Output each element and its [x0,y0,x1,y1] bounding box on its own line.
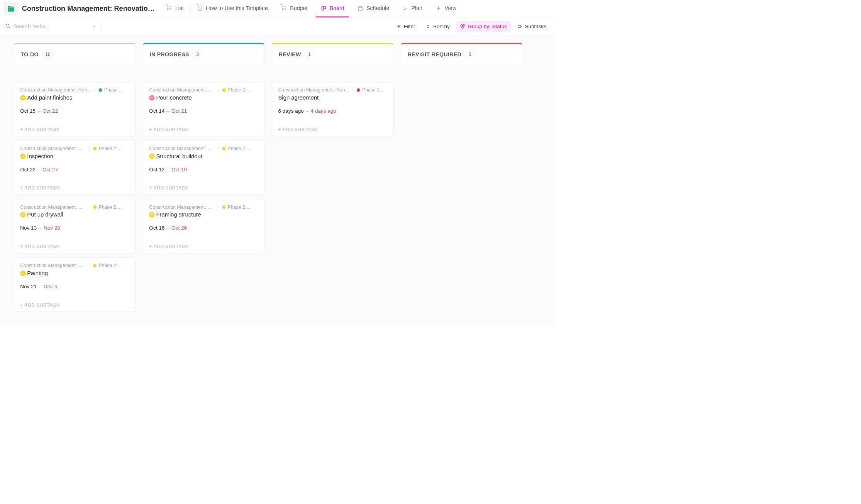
breadcrumb-project: Construction Management: R… [20,205,86,210]
breadcrumb-project: Construction Management: Ren… [20,87,92,93]
subtasks-button[interactable]: Subtasks [514,21,551,32]
priority-icon[interactable] [20,212,25,217]
column-name: REVISIT REQUIRED [408,51,461,58]
breadcrumb-project: Construction Management: R… [20,263,86,268]
column-header[interactable]: REVISIT REQUIRED0 [401,43,522,65]
task-card[interactable]: Construction Management: R…Phase 2:…Pain… [14,258,136,312]
phase-dot-icon [222,147,225,151]
dates[interactable]: Oct 16–Oct 26 [149,225,258,231]
breadcrumb[interactable]: Construction Management: R…Phase 2:… [149,205,258,210]
breadcrumb[interactable]: Construction Management: Ren…Phase 1… [278,87,387,93]
dates[interactable]: Oct 22–Oct 27 [20,167,129,173]
breadcrumb[interactable]: Construction Management: Ren…Phase … [20,87,129,93]
phase-dot-icon [93,264,97,267]
tab-how-to-use-this-template[interactable]: How to Use this Template [192,0,273,17]
tab-schedule[interactable]: Schedule [353,0,394,17]
date-sep: – [37,108,41,114]
svg-rect-32 [462,26,464,28]
board-icon [321,5,327,11]
priority-icon[interactable] [20,154,25,159]
column-header[interactable]: REVIEW1 [272,43,393,65]
task-card[interactable]: Construction Management: R…Phase 2:…Put … [14,199,136,253]
filter-button[interactable]: Filter [392,21,419,32]
toolbar-right: Filter Sort by Group by: Status Subtasks [392,21,551,32]
group-prefix: Group by: [468,23,492,29]
chevron-right-icon [352,89,355,92]
dates[interactable]: Nov 13–Nov 20 [20,225,129,231]
svg-rect-16 [358,6,362,10]
dates[interactable]: Oct 12–Oct 19 [149,167,258,173]
column-name: REVIEW [279,51,301,58]
filter-icon [396,24,401,29]
task-card[interactable]: Construction Management: R…Phase 2:…Insp… [14,140,136,194]
priority-icon[interactable] [149,154,154,159]
column-revisit: REVISIT REQUIRED0 [401,43,522,82]
chevron-right-icon [217,206,220,209]
priority-icon[interactable] [20,95,25,100]
date-start: Oct 12 [149,167,164,173]
date-start: Nov 21 [20,284,37,289]
tab-label: Schedule [366,5,389,12]
phase-dot-icon [99,88,102,92]
priority-icon[interactable] [149,95,154,100]
group-value: Status [492,23,507,29]
breadcrumb-phase: Phase 2:… [98,146,122,151]
add-subtask-button[interactable]: + ADD SUBTASK [20,125,129,132]
tab-plan[interactable]: Plan [397,0,427,17]
task-title: Sign agreement [278,94,319,101]
search-dropdown-button[interactable] [90,22,98,30]
dates[interactable]: Nov 21–Dec 5 [20,284,129,289]
svg-point-4 [167,8,168,8]
column-count: 3 [193,50,203,59]
tab-label: Board [330,5,344,12]
add-subtask-button[interactable]: + ADD SUBTASK [149,125,258,132]
column-header[interactable]: IN PROGRESS3 [143,43,264,65]
breadcrumb-project: Construction Management: R… [149,146,215,151]
board: TO DO10Construction Management: Ren…Phas… [0,36,555,325]
breadcrumb[interactable]: Construction Management: R…Phase 2:… [20,205,129,210]
page-title[interactable]: Construction Management: Renovatio… [22,5,155,13]
task-card[interactable]: Construction Management: Ren…Phase …Add … [14,82,136,136]
tab-board[interactable]: Board [316,0,349,17]
column-header[interactable]: TO DO10 [14,43,136,65]
dates[interactable]: Oct 14–Oct 21 [149,108,258,114]
tab-budget[interactable]: Budget [276,0,312,17]
breadcrumb[interactable]: Construction Management: R…Phase 2:… [20,146,129,151]
task-card[interactable]: Construction Management: Ren…Phase 1…Sig… [272,82,393,136]
add-subtask-button[interactable]: + ADD SUBTASK [20,242,129,249]
add-subtask-button[interactable]: + ADD SUBTASK [149,183,258,191]
chevron-right-icon [217,147,220,150]
tab-list[interactable]: List [161,0,189,17]
priority-icon[interactable] [149,212,154,217]
svg-point-33 [518,25,519,25]
date-sep: – [37,167,41,173]
title-row: Painting [20,270,129,276]
add-subtask-button[interactable]: + ADD SUBTASK [20,301,129,308]
tab-label: How to Use this Template [206,5,268,12]
group-by-button[interactable]: Group by: Status [456,21,511,32]
task-card[interactable]: Construction Management: R…Phase 2:…Stru… [143,140,264,194]
add-subtask-button[interactable]: + ADD SUBTASK [20,183,129,191]
add-subtask-button[interactable]: + ADD SUBTASK [149,242,258,249]
tab-label: Budget [290,5,307,12]
add-subtask-button[interactable]: + ADD SUBTASK [278,125,387,132]
task-title: Put up drywall [27,211,63,218]
task-title: Painting [27,270,48,276]
folder-icon-button[interactable] [3,2,19,16]
search-icon [5,23,10,29]
svg-point-12 [282,8,283,8]
priority-icon[interactable] [20,271,25,276]
breadcrumb[interactable]: Construction Management: R…Phase 2:… [20,263,129,268]
dates[interactable]: Oct 15–Oct 22 [20,108,129,114]
breadcrumb[interactable]: Construction Management: R…Phase 2:… [149,87,258,93]
task-card[interactable]: Construction Management: R…Phase 2:…Pour… [143,82,264,136]
separator [190,3,191,14]
column-name: TO DO [21,51,39,58]
tab-view[interactable]: View [430,0,461,17]
separator [429,3,429,14]
sort-button[interactable]: Sort by [422,21,454,32]
search-input[interactable] [10,23,90,30]
task-card[interactable]: Construction Management: R…Phase 2:…Fram… [143,199,264,253]
breadcrumb[interactable]: Construction Management: R…Phase 2:… [149,146,258,151]
dates[interactable]: 6 days ago–4 days ago [278,108,387,114]
